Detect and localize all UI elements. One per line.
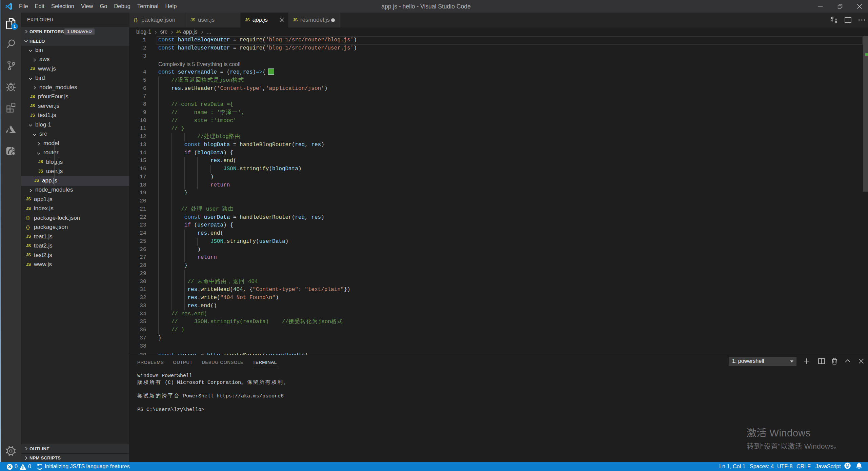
tree-item-test1.js[interactable]: JStest1.js xyxy=(21,111,129,121)
split-terminal-icon[interactable] xyxy=(816,356,827,366)
panel-tab-output[interactable]: OUTPUT xyxy=(173,355,193,370)
more-actions-icon[interactable] xyxy=(858,19,866,21)
menu-debug[interactable]: Debug xyxy=(110,0,134,13)
status-crlf[interactable]: CRLF xyxy=(796,462,811,471)
outline-section-header[interactable]: OUTLINE xyxy=(21,444,129,453)
tree-item-blog-1[interactable]: blog-1 xyxy=(21,120,129,130)
activity-debug-icon[interactable] xyxy=(1,78,21,95)
activity-explorer-icon[interactable] xyxy=(1,16,21,32)
activity-azure-icon[interactable] xyxy=(1,121,21,137)
tree-item-node_modules[interactable]: node_modules xyxy=(21,83,129,93)
code-line-11: 11 // } xyxy=(129,125,868,133)
open-changes-icon[interactable] xyxy=(830,16,838,24)
tree-item-aws[interactable]: aws xyxy=(21,55,129,65)
menu-terminal[interactable]: Terminal xyxy=(134,0,162,13)
activity-source-control-icon[interactable] xyxy=(1,57,21,74)
tree-item-node_modules[interactable]: node_modules xyxy=(21,186,129,195)
tree-item-router[interactable]: router xyxy=(21,149,129,158)
complexity-decoration xyxy=(268,68,274,75)
npm-scripts-section-header[interactable]: NPM SCRIPTS xyxy=(21,453,129,463)
panel-tabs: PROBLEMSOUTPUTDEBUG CONSOLETERMINAL xyxy=(137,355,286,370)
activity-extensions-icon[interactable] xyxy=(1,99,21,116)
terminal-dropdown[interactable]: 1: powershell xyxy=(729,357,796,366)
tree-item-www.js[interactable]: JSwww.js xyxy=(21,260,129,270)
close-panel-icon[interactable] xyxy=(856,356,866,366)
status-warning-triangle[interactable]: 0 xyxy=(19,462,31,471)
tab-user.js[interactable]: JSuser.js xyxy=(186,13,241,27)
menu-file[interactable]: File xyxy=(16,0,32,13)
line-number: 21 xyxy=(129,205,146,214)
tree-item-label: pfourFour.js xyxy=(38,93,68,100)
tree-item-model[interactable]: model xyxy=(21,139,129,149)
menu-view[interactable]: View xyxy=(78,0,96,13)
tree-item-www.js[interactable]: JSwww.js xyxy=(21,64,129,74)
status-bell[interactable] xyxy=(856,462,862,471)
tree-item-src[interactable]: src xyxy=(21,130,129,139)
activity-settings-gear-icon[interactable] xyxy=(1,443,21,459)
breadcrumb-item[interactable]: app.js xyxy=(183,29,198,35)
status-ln-1-col-1[interactable]: Ln 1, Col 1 xyxy=(719,462,745,471)
kill-terminal-icon[interactable] xyxy=(829,356,840,366)
close-button[interactable] xyxy=(851,0,867,13)
code-line-19: 19 } xyxy=(129,189,868,197)
tab-package.json[interactable]: { }package.json xyxy=(129,13,186,27)
tree-item-test2.js[interactable]: JStest2.js xyxy=(21,251,129,260)
tree-item-package-lock.json[interactable]: { }package-lock.json xyxy=(21,214,129,223)
tree-item-bird[interactable]: bird xyxy=(21,74,129,83)
tree-item-server.js[interactable]: JSserver.js xyxy=(21,102,129,111)
tree-item-package.json[interactable]: { }package.json xyxy=(21,223,129,233)
tab-resmodel.js[interactable]: JSresmodel.js xyxy=(288,13,341,27)
breadcrumb-item[interactable]: … xyxy=(206,29,212,35)
js-file-icon: JS xyxy=(26,243,32,248)
minimize-button[interactable] xyxy=(812,0,828,13)
status-utf-8[interactable]: UTF-8 xyxy=(777,462,792,471)
code-text: // } xyxy=(158,125,184,133)
tab-app.js[interactable]: JSapp.js xyxy=(241,13,288,27)
tree-item-app1.js[interactable]: JSapp1.js xyxy=(21,195,129,204)
code-line-12: 12 //处理blog路由 xyxy=(129,133,868,141)
menu-go[interactable]: Go xyxy=(96,0,110,13)
editor-scrollbar[interactable] xyxy=(863,36,868,355)
open-editors-header[interactable]: OPEN EDITORS 1 UNSAVED xyxy=(21,27,129,36)
tab-dirty-icon[interactable] xyxy=(331,18,335,22)
tree-item-bin[interactable]: bin xyxy=(21,46,129,55)
split-editor-icon[interactable] xyxy=(844,16,852,24)
status-sync-spinner[interactable]: Initializing JS/TS language features xyxy=(37,462,130,471)
menu-edit[interactable]: Edit xyxy=(32,0,48,13)
tree-item-label: src xyxy=(39,131,47,137)
breadcrumb-item[interactable]: src xyxy=(160,29,167,35)
terminal-output[interactable]: Windows PowerShell版权所有 (C) Microsoft Cor… xyxy=(137,373,290,413)
tab-close-icon[interactable] xyxy=(279,18,284,22)
menu-help[interactable]: Help xyxy=(162,0,180,13)
chevron-down-icon xyxy=(28,122,33,128)
status-javascript[interactable]: JavaScript xyxy=(815,462,841,471)
codelens-annotation[interactable]: Complexity is 5 Everything is cool! xyxy=(158,60,241,68)
maximize-panel-icon[interactable] xyxy=(843,356,853,366)
new-terminal-icon[interactable] xyxy=(802,356,812,366)
scrollbar-thumb[interactable] xyxy=(863,36,868,192)
tree-item-teat1.js[interactable]: JSteat1.js xyxy=(21,232,129,242)
panel-tab-debug-console[interactable]: DEBUG CONSOLE xyxy=(202,355,243,370)
code-text: return xyxy=(158,254,217,262)
panel-tab-problems[interactable]: PROBLEMS xyxy=(137,355,164,370)
tree-item-app.js[interactable]: JSapp.js xyxy=(21,176,129,186)
folder-section-header[interactable]: HELLO xyxy=(21,36,129,46)
activity-search-icon[interactable] xyxy=(1,36,21,52)
breadcrumb-item[interactable]: blog-1 xyxy=(136,29,151,35)
code-text: //处理blog路由 xyxy=(158,133,241,141)
status-error-circle[interactable]: 0 xyxy=(6,462,18,471)
activity-share-icon[interactable] xyxy=(1,142,21,158)
code-editor[interactable]: 1const handleBlogRouter = require('blog-… xyxy=(129,36,868,355)
tree-item-teat2.js[interactable]: JSteat2.js xyxy=(21,242,129,251)
restore-button[interactable] xyxy=(832,0,848,13)
tree-item-user.js[interactable]: JSuser.js xyxy=(21,167,129,177)
tree-item-blog.js[interactable]: JSblog.js xyxy=(21,158,129,167)
tree-item-pfourFour.js[interactable]: JSpfourFour.js xyxy=(21,93,129,102)
vscode-logo-icon[interactable] xyxy=(5,3,13,10)
status-smiley[interactable] xyxy=(844,462,851,471)
menu-selection[interactable]: Selection xyxy=(48,0,78,13)
panel-tab-terminal[interactable]: TERMINAL xyxy=(253,355,277,370)
code-line-26: 26 ) xyxy=(129,246,868,254)
tree-item-index.js[interactable]: JSindex.js xyxy=(21,204,129,214)
status-spaces-4[interactable]: Spaces: 4 xyxy=(750,462,774,471)
